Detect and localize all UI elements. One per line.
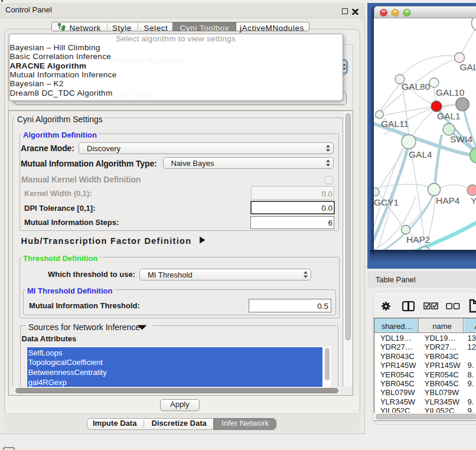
svg-text:GAL4: GAL4: [409, 149, 432, 159]
svg-text:GAL11: GAL11: [381, 119, 409, 129]
svg-text:GCY1: GCY1: [374, 197, 399, 207]
svg-text:GAL80: GAL80: [402, 81, 431, 92]
svg-text:GAL10: GAL10: [436, 87, 465, 97]
svg-text:HAP2: HAP2: [406, 234, 431, 244]
svg-text:GAL1: GAL1: [437, 111, 461, 121]
svg-text:HAP4: HAP4: [436, 195, 460, 206]
svg-text:SWI4: SWI4: [450, 134, 472, 144]
svg-text:YB: YB: [471, 195, 476, 206]
svg-text:GAL2: GAL2: [460, 62, 476, 72]
